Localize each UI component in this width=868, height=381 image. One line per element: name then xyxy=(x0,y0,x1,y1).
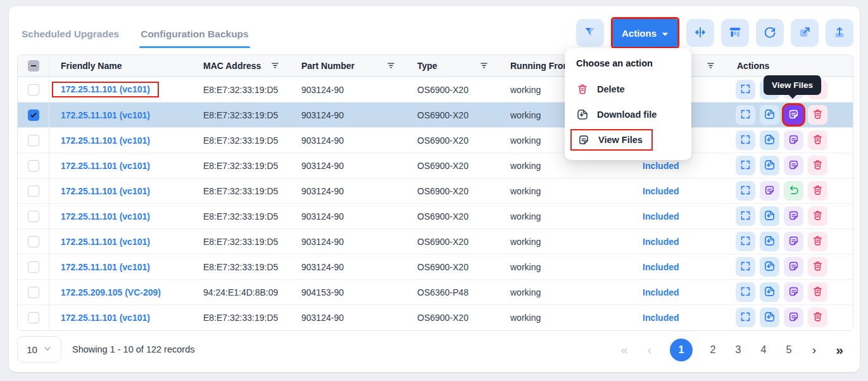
expand-action-button[interactable] xyxy=(736,181,755,201)
tab-configuration-backups[interactable]: Configuration Backups xyxy=(139,23,250,51)
expand-action-button[interactable] xyxy=(736,206,755,226)
backup-status-cell: Included xyxy=(631,211,726,222)
included-link[interactable]: Included xyxy=(643,237,679,247)
table-row: 172.25.11.101 (vc101)E8:E7:32:33:19:D590… xyxy=(18,127,853,153)
expand-action-button[interactable] xyxy=(736,156,755,175)
download-action-button[interactable] xyxy=(760,282,779,302)
next-page-button[interactable]: › xyxy=(809,343,819,357)
row-checkbox[interactable] xyxy=(28,312,39,323)
tab-scheduled-upgrades[interactable]: Scheduled Upgrades xyxy=(20,23,120,51)
delete-action-button[interactable] xyxy=(808,282,827,302)
header-select-all-cell xyxy=(18,55,49,76)
menu-item-delete[interactable]: Delete xyxy=(565,77,691,102)
included-link[interactable]: Included xyxy=(643,211,679,222)
expand-action-button[interactable] xyxy=(736,80,755,99)
view-files-action-button[interactable] xyxy=(784,308,803,327)
page-size-select[interactable]: 10 xyxy=(17,336,61,363)
expand-action-button[interactable] xyxy=(736,130,755,150)
filter-button[interactable] xyxy=(576,19,604,47)
row-checkbox[interactable] xyxy=(28,261,39,273)
included-link[interactable]: Included xyxy=(643,262,679,272)
previous-page-button[interactable]: ‹ xyxy=(645,343,655,357)
refresh-button[interactable] xyxy=(756,19,784,47)
expand-action-button[interactable] xyxy=(736,232,755,251)
view-files-icon xyxy=(788,209,800,223)
expand-action-button[interactable] xyxy=(736,105,755,125)
page-button-1[interactable]: 1 xyxy=(670,339,693,361)
delete-action-button[interactable] xyxy=(808,206,827,226)
column-filter-icon[interactable] xyxy=(270,61,280,70)
download-action-button[interactable] xyxy=(760,257,779,277)
friendly-name-link[interactable]: 172.25.11.101 (vc101) xyxy=(61,211,150,222)
row-checkbox[interactable] xyxy=(28,160,39,172)
column-filter-icon[interactable] xyxy=(706,61,715,70)
delete-action-button[interactable] xyxy=(808,181,827,201)
view-files-action-button[interactable] xyxy=(784,156,803,175)
expand-action-button[interactable] xyxy=(736,257,755,277)
column-filter-icon[interactable] xyxy=(386,61,396,70)
download-action-button[interactable] xyxy=(760,156,779,175)
row-checkbox[interactable] xyxy=(28,109,39,121)
page-button-5[interactable]: 5 xyxy=(784,344,794,356)
expand-action-button[interactable] xyxy=(736,282,755,302)
column-resize-button[interactable] xyxy=(686,19,714,47)
friendly-name-link[interactable]: 172.25.11.101 (vc101) xyxy=(61,135,150,146)
row-checkbox[interactable] xyxy=(28,84,39,96)
download-action-button[interactable] xyxy=(760,105,779,125)
last-page-button[interactable]: » xyxy=(834,342,845,358)
friendly-name-link[interactable]: 172.25.11.101 (vc101) xyxy=(61,84,150,94)
first-page-button[interactable]: « xyxy=(619,343,629,357)
friendly-name-link[interactable]: 172.25.11.101 (vc101) xyxy=(61,161,150,171)
view-files-action-button[interactable] xyxy=(784,105,803,125)
included-link[interactable]: Included xyxy=(643,186,679,196)
part-number-cell: 903124-90 xyxy=(290,186,406,196)
row-checkbox[interactable] xyxy=(28,211,39,222)
tab-bar: Scheduled Upgrades Configuration Backups xyxy=(20,23,250,51)
view-files-action-button[interactable] xyxy=(784,130,803,150)
view-files-action-button[interactable] xyxy=(784,257,803,277)
row-actions xyxy=(726,257,853,277)
row-checkbox[interactable] xyxy=(28,287,39,298)
view-files-action-button[interactable] xyxy=(784,206,803,226)
download-action-button[interactable] xyxy=(760,206,779,226)
delete-action-button[interactable] xyxy=(808,257,827,277)
view-files-action-button[interactable] xyxy=(784,282,803,302)
menu-item-view-files[interactable]: View Files xyxy=(565,127,691,153)
actions-dropdown-button[interactable]: Actions xyxy=(613,19,677,47)
delete-action-button[interactable] xyxy=(808,232,827,251)
friendly-name-link[interactable]: 172.25.11.101 (vc101) xyxy=(61,262,150,272)
delete-action-button[interactable] xyxy=(808,308,827,327)
export-button[interactable] xyxy=(791,19,819,47)
view-files-action-button[interactable] xyxy=(760,181,779,201)
download-action-button[interactable] xyxy=(760,232,779,251)
table-columns-button[interactable] xyxy=(721,19,749,47)
included-link[interactable]: Included xyxy=(643,313,679,323)
row-checkbox[interactable] xyxy=(28,135,39,146)
page-button-3[interactable]: 3 xyxy=(733,344,743,356)
included-link[interactable]: Included xyxy=(643,287,679,297)
friendly-name-link[interactable]: 172.25.11.101 (vc101) xyxy=(61,186,150,196)
friendly-name-link[interactable]: 172.25.209.105 (VC-209) xyxy=(61,287,161,297)
delete-action-button[interactable] xyxy=(808,156,827,175)
actions-menu-items: DeleteDownload fileView Files xyxy=(565,77,691,153)
expand-action-button[interactable] xyxy=(736,308,755,327)
records-summary: Showing 1 - 10 of 122 records xyxy=(72,344,194,354)
row-checkbox[interactable] xyxy=(28,185,39,197)
page-button-4[interactable]: 4 xyxy=(758,344,769,356)
upload-button[interactable] xyxy=(826,19,853,47)
delete-action-button[interactable] xyxy=(808,130,827,150)
download-action-button[interactable] xyxy=(760,130,779,150)
select-all-checkbox[interactable] xyxy=(28,60,39,72)
view-files-action-button[interactable] xyxy=(784,232,803,251)
friendly-name-link[interactable]: 172.25.11.101 (vc101) xyxy=(61,110,150,120)
delete-action-button[interactable] xyxy=(808,105,827,125)
download-action-button[interactable] xyxy=(760,308,779,327)
row-checkbox[interactable] xyxy=(28,236,39,247)
included-link[interactable]: Included xyxy=(643,161,679,171)
menu-item-download-file[interactable]: Download file xyxy=(565,102,691,127)
page-button-2[interactable]: 2 xyxy=(708,344,718,356)
column-filter-icon[interactable] xyxy=(479,61,489,70)
friendly-name-link[interactable]: 172.25.11.101 (vc101) xyxy=(61,237,150,247)
friendly-name-link[interactable]: 172.25.11.101 (vc101) xyxy=(61,313,150,323)
restore-action-button[interactable] xyxy=(784,181,803,201)
